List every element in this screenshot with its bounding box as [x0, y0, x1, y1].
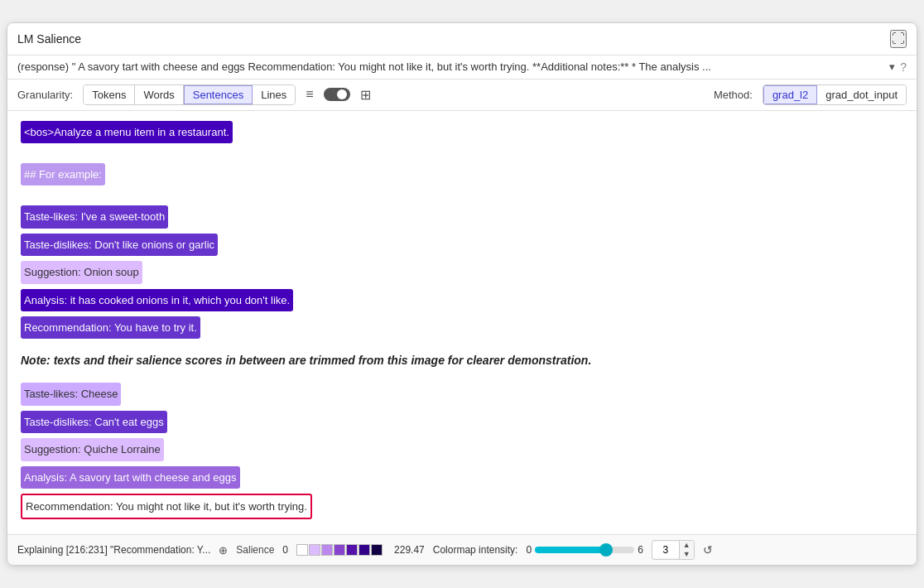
dropdown-icon[interactable]: ▾: [889, 60, 895, 73]
granularity-btn-group: Tokens Words Sentences Lines: [83, 84, 296, 105]
swatch-0: [296, 544, 308, 556]
grad-l2-button[interactable]: grad_l2: [763, 85, 817, 104]
sentence-block-9: Taste-dislikes: Can't eat eggs: [21, 411, 903, 433]
response-text: (response) " A savory tart with cheese a…: [17, 60, 884, 73]
words-button[interactable]: Words: [135, 85, 183, 104]
explaining-text: Explaining [216:231] "Recommendation: Y.…: [17, 544, 210, 556]
method-label: Method:: [714, 89, 753, 101]
intensity-slider[interactable]: [535, 547, 634, 553]
salience-min: 0: [282, 544, 288, 556]
sentence-4[interactable]: Taste-dislikes: Don't like onions or gar…: [21, 234, 218, 256]
lines-button[interactable]: Lines: [253, 85, 295, 104]
sentence-8[interactable]: Taste-likes: Cheese: [21, 383, 121, 405]
number-input-wrap: ▲ ▼: [652, 540, 695, 560]
swatch-2: [321, 544, 333, 556]
expand-button[interactable]: ⛶: [890, 30, 907, 48]
sentence-block-8: Taste-likes: Cheese: [21, 383, 903, 405]
sentence-block-11: Analysis: A savory tart with cheese and …: [21, 466, 903, 489]
toggle-wrap: [324, 88, 350, 101]
swatch-6: [371, 544, 383, 556]
toggle-circle: [337, 89, 347, 99]
sentence-9[interactable]: Taste-dislikes: Can't eat eggs: [21, 411, 167, 433]
swatch-5: [359, 544, 370, 556]
spin-up-button[interactable]: ▲: [680, 541, 694, 550]
salience-label: Salience: [236, 544, 274, 556]
colormap-swatches: [296, 544, 383, 556]
sentence-block-12: Recommendation: You might not like it, b…: [21, 494, 903, 519]
swatch-1: [309, 544, 320, 556]
sentence-block-5: Suggestion: Onion soup: [21, 261, 903, 283]
intensity-min: 0: [526, 544, 532, 556]
main-window: LM Salience ⛶ (response) " A savory tart…: [7, 22, 917, 566]
number-input[interactable]: [652, 542, 679, 557]
content-area: <bos>Analyze a menu item in a restaurant…: [7, 111, 917, 535]
granularity-label: Granularity:: [17, 89, 73, 101]
salience-max: 229.47: [394, 544, 425, 556]
response-bar: (response) " A savory tart with cheese a…: [7, 55, 917, 80]
sentence-block-7: Recommendation: You have to try it.: [21, 316, 903, 339]
method-btn-group: grad_l2 grad_dot_input: [763, 84, 907, 105]
swatch-4: [346, 544, 358, 556]
refresh-button[interactable]: ↺: [703, 543, 713, 557]
sentences-button[interactable]: Sentences: [184, 85, 253, 104]
tokens-button[interactable]: Tokens: [84, 85, 135, 104]
spin-buttons: ▲ ▼: [679, 541, 694, 559]
sentence-12[interactable]: Recommendation: You might not like it, b…: [21, 494, 312, 519]
title-bar: LM Salience ⛶: [7, 23, 917, 55]
window-title: LM Salience: [17, 32, 81, 46]
note-text: Note: texts and their salience scores in…: [21, 352, 903, 369]
menu-icon[interactable]: ≡: [302, 85, 316, 104]
intensity-max: 6: [638, 544, 643, 556]
controls-bar: Granularity: Tokens Words Sentences Line…: [7, 80, 917, 111]
grad-dot-input-button[interactable]: grad_dot_input: [817, 85, 906, 104]
empty-line-2: [21, 190, 903, 205]
sentence-block-10: Suggestion: Quiche Lorraine: [21, 438, 903, 460]
sentence-7[interactable]: Recommendation: You have to try it.: [21, 316, 200, 339]
colormap-intensity-label: Colormap intensity:: [433, 544, 518, 556]
sentence-block-2: ## For example:: [21, 163, 903, 186]
sentence-6[interactable]: Analysis: it has cooked onions in it, wh…: [21, 289, 293, 311]
spin-down-button[interactable]: ▼: [680, 550, 694, 559]
toggle[interactable]: [324, 88, 350, 101]
sentence-1[interactable]: <bos>Analyze a menu item in a restaurant…: [21, 121, 233, 143]
sentence-block-6: Analysis: it has cooked onions in it, wh…: [21, 289, 903, 311]
sentence-block-1: <bos>Analyze a menu item in a restaurant…: [21, 121, 903, 143]
grid-icon[interactable]: ⊞: [357, 85, 374, 104]
salience-globe-icon: ⊕: [219, 544, 228, 557]
intensity-slider-wrap: 0 6: [526, 544, 642, 556]
sentence-10[interactable]: Suggestion: Quiche Lorraine: [21, 438, 164, 460]
sentence-5[interactable]: Suggestion: Onion soup: [21, 261, 142, 283]
swatch-3: [334, 544, 345, 556]
sentence-2[interactable]: ## For example:: [21, 163, 105, 186]
sentence-block-3: Taste-likes: I've a sweet-tooth: [21, 205, 903, 228]
help-icon[interactable]: ?: [900, 60, 907, 74]
bottom-bar: Explaining [216:231] "Recommendation: Y.…: [7, 534, 917, 565]
empty-line-1: [21, 148, 903, 163]
sentence-block-4: Taste-dislikes: Don't like onions or gar…: [21, 234, 903, 256]
sentence-11[interactable]: Analysis: A savory tart with cheese and …: [21, 466, 240, 489]
sentence-3[interactable]: Taste-likes: I've a sweet-tooth: [21, 205, 168, 228]
